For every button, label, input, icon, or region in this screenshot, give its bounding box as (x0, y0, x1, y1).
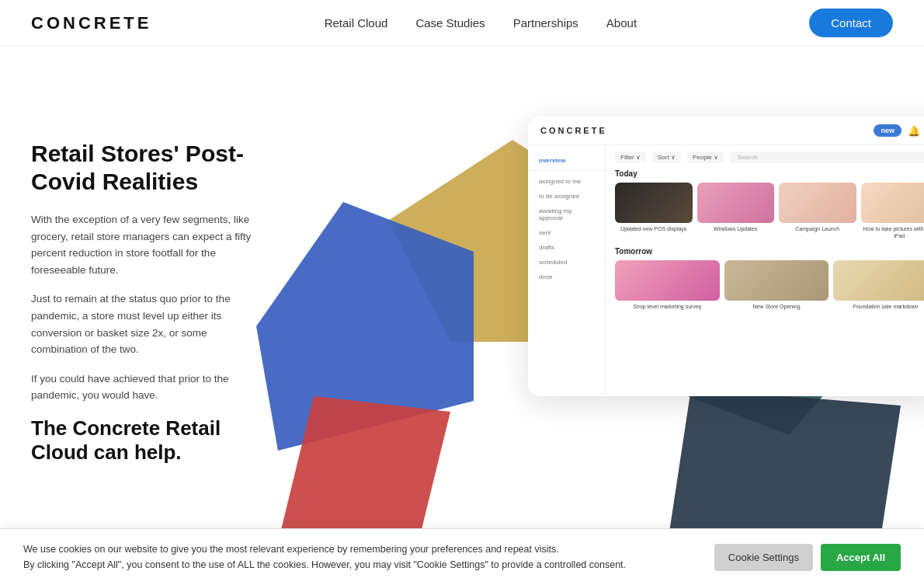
today-card-1-label: Windows Updates (697, 225, 775, 232)
people-button[interactable]: People ∨ (687, 151, 724, 163)
tomorrow-card-2[interactable]: Foundation sale markdown (833, 260, 924, 310)
today-card-0[interactable]: Updated new POS displays (615, 183, 693, 239)
today-grid: Updated new POS displays Windows Updates… (615, 183, 924, 239)
mockup-card: CONCRETE new 🔔 ⊞ overview assigned to me… (528, 117, 924, 396)
nav-link-about[interactable]: About (606, 16, 637, 30)
cookie-buttons: Cookie Settings Accept All (714, 544, 901, 571)
today-card-3-label: How to take pictures with your iPad (861, 225, 925, 239)
mockup-sidebar: overview assigned to me to be assigned a… (528, 145, 606, 395)
tomorrow-card-1-label: New Store Opening (724, 303, 829, 310)
cookie-text: We use cookies on our website to give yo… (23, 541, 626, 573)
shapes-container: CONCRETE new 🔔 ⊞ overview assigned to me… (233, 93, 924, 575)
cookie-text-line1: We use cookies on our website to give yo… (23, 544, 559, 555)
today-card-2[interactable]: Campaign Launch (779, 183, 856, 239)
nav-logo: CONCRETE (31, 13, 151, 33)
mockup-toolbar: Filter ∨ Sort ∨ People ∨ Search (615, 151, 924, 163)
today-label: Today (615, 169, 924, 178)
filter-button[interactable]: Filter ∨ (615, 151, 646, 163)
tomorrow-grid: Shop level marketing survey New Store Op… (615, 260, 924, 310)
today-card-0-label: Updated new POS displays (615, 225, 693, 232)
tomorrow-card-0[interactable]: Shop level marketing survey (615, 260, 720, 310)
accept-all-button[interactable]: Accept All (821, 544, 901, 571)
sidebar-item-scheduled[interactable]: scheduled (528, 255, 605, 270)
mockup-logo: CONCRETE (540, 126, 607, 135)
cookie-bar: We use cookies on our website to give yo… (0, 528, 924, 583)
hero-paragraph-1: With the exception of a very few segment… (31, 211, 264, 278)
contact-button[interactable]: Contact (809, 9, 893, 37)
search-input[interactable]: Search (730, 151, 924, 163)
nav-link-retail-cloud[interactable]: Retail Cloud (325, 16, 388, 30)
sidebar-item-to-be-assigned[interactable]: to be assigned (528, 189, 605, 204)
mockup-new-button[interactable]: new (874, 124, 901, 137)
tomorrow-card-0-label: Shop level marketing survey (615, 303, 720, 310)
sidebar-item-sent[interactable]: sent (528, 225, 605, 240)
today-card-3[interactable]: How to take pictures with your iPad (861, 183, 925, 239)
hero-paragraph-3: If you could have achieved that prior to… (31, 371, 264, 404)
mockup-main: Filter ∨ Sort ∨ People ∨ Search Today Up… (606, 145, 924, 395)
today-card-2-label: Campaign Launch (779, 225, 856, 232)
mockup-header-right: new 🔔 ⊞ (874, 124, 924, 137)
today-card-1[interactable]: Windows Updates (697, 183, 775, 239)
sort-button[interactable]: Sort ∨ (652, 151, 681, 163)
hero-title: Retail Stores' Post-Covid Realities (31, 140, 264, 196)
nav-link-case-studies[interactable]: Case Studies (415, 16, 485, 30)
tomorrow-label: Tomorrow (615, 247, 924, 256)
cookie-settings-button[interactable]: Cookie Settings (714, 544, 813, 571)
bell-icon: 🔔 (908, 125, 920, 137)
tomorrow-card-1[interactable]: New Store Opening (724, 260, 829, 310)
mockup-body: overview assigned to me to be assigned a… (528, 145, 924, 395)
hero-text: Retail Stores' Post-Covid Realities With… (31, 93, 264, 477)
sidebar-item-assigned-to-me[interactable]: assigned to me (528, 174, 605, 189)
cookie-text-line2: By clicking "Accept All", you consent to… (23, 559, 626, 570)
sidebar-item-drafts[interactable]: drafts (528, 240, 605, 255)
tomorrow-card-2-label: Foundation sale markdown (833, 303, 924, 310)
hero-section: Retail Stores' Post-Covid Realities With… (0, 47, 924, 583)
navbar: CONCRETE Retail Cloud Case Studies Partn… (0, 0, 924, 47)
sidebar-item-awaiting[interactable]: awaiting my approval (528, 204, 605, 225)
sidebar-item-done[interactable]: done (528, 270, 605, 284)
mockup-header: CONCRETE new 🔔 ⊞ (528, 117, 924, 145)
nav-link-partnerships[interactable]: Partnerships (513, 16, 578, 30)
nav-links: Retail Cloud Case Studies Partnerships A… (325, 16, 637, 30)
hero-cta: The Concrete Retail Cloud can help. (31, 416, 264, 465)
sidebar-item-overview[interactable]: overview (528, 153, 605, 171)
hero-paragraph-2: Just to remain at the status quo prior t… (31, 291, 264, 357)
